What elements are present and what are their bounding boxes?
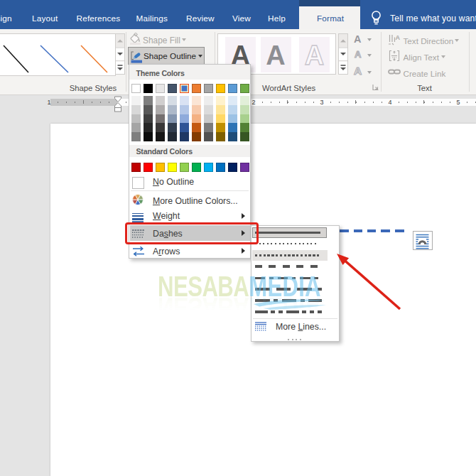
svg-text:A: A <box>396 34 401 41</box>
